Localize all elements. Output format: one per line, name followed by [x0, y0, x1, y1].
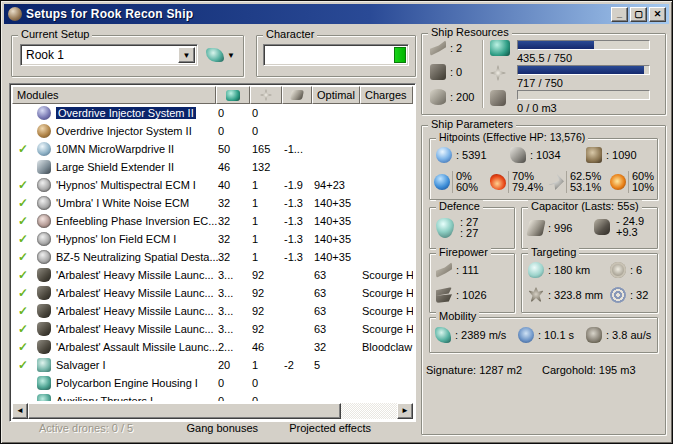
module-optimal-value: 140+35 [314, 251, 362, 263]
module-name-text[interactable]: Polycarbon Engine Housing I [56, 377, 198, 389]
powergrid-column-icon [260, 89, 272, 101]
module-row[interactable]: ✓Salvager I201-25 [12, 356, 413, 374]
module-name[interactable]: 10MN MicroWarpdrive II [54, 143, 218, 155]
module-cpu-value: 50 [218, 143, 252, 155]
module-powergrid-value: 1 [252, 179, 284, 191]
maximize-button[interactable]: ▢ [630, 7, 647, 22]
scrollbar-thumb[interactable] [28, 403, 341, 419]
module-row[interactable]: ✓'Hypnos' Ion Field ECM I321-1.3140+35 [12, 230, 413, 248]
module-icon-cell [34, 358, 54, 372]
module-name-text-selected[interactable]: Overdrive Injector System II [56, 107, 196, 119]
module-name[interactable]: Overdrive Injector System II [54, 125, 218, 137]
module-name[interactable]: 'Hypnos' Multispectral ECM I [54, 179, 218, 191]
module-name-text[interactable]: 'Arbalest' Heavy Missile Launc... [56, 305, 214, 317]
setup-select[interactable]: Rook 1 ▼ [20, 44, 198, 66]
module-name-text[interactable]: Auxiliary Thrusters I [56, 395, 153, 401]
module-row[interactable]: ✓10MN MicroWarpdrive II50165-1... [12, 140, 413, 158]
module-name[interactable]: 'Umbra' I White Noise ECM [54, 197, 218, 209]
module-name[interactable]: Overdrive Injector System II [54, 107, 218, 119]
module-name-text[interactable]: 10MN MicroWarpdrive II [56, 143, 174, 155]
module-row[interactable]: ✓'Umbra' I White Noise ECM321-1.3140+35 [12, 194, 413, 212]
module-icon-cell [34, 376, 54, 390]
module-cpu-value: 32 [218, 251, 252, 263]
setup-select-dropdown-button[interactable]: ▼ [178, 47, 195, 63]
module-name[interactable]: Salvager I [54, 359, 218, 371]
ecm-module-icon [37, 250, 51, 264]
module-name-text[interactable]: 'Hypnos' Multispectral ECM I [56, 179, 196, 191]
module-name-text[interactable]: Enfeebling Phase Inversion EC... [56, 215, 217, 227]
module-row[interactable]: ✓'Arbalest' Heavy Missile Launc...3...92… [12, 284, 413, 302]
module-cpu-value: 46 [218, 161, 252, 173]
module-row[interactable]: ✓'Arbalest' Heavy Missile Launc...3...92… [12, 320, 413, 338]
title-bar[interactable]: Setups for Rook Recon Ship _ ▢ ✕ [4, 4, 669, 24]
module-optimal-value: 140+35 [314, 215, 362, 227]
minimize-button[interactable]: _ [611, 7, 628, 22]
horizontal-scrollbar[interactable]: ◄ ► [12, 403, 413, 419]
current-setup-label: Current Setup [18, 28, 92, 40]
module-active-check-icon: ✓ [12, 196, 34, 210]
dronebay-icon [490, 90, 506, 106]
module-name[interactable]: 'Arbalest' Heavy Missile Launc... [54, 287, 218, 299]
module-name[interactable]: 'Arbalest' Assault Missile Launc... [54, 341, 218, 353]
module-name-text[interactable]: 'Arbalest' Assault Missile Launc... [56, 341, 218, 353]
module-name-text[interactable]: 'Arbalest' Heavy Missile Launc... [56, 269, 214, 281]
close-button[interactable]: ✕ [649, 7, 666, 22]
module-row[interactable]: Overdrive Injector System II00 [12, 104, 413, 122]
module-name[interactable]: Polycarbon Engine Housing I [54, 377, 218, 389]
missile-launcher-module-icon [37, 322, 51, 336]
missile-launcher-module-icon [37, 268, 51, 282]
column-optimal[interactable]: Optimal [312, 86, 360, 104]
module-name-text[interactable]: 'Arbalest' Heavy Missile Launc... [56, 323, 214, 335]
module-row[interactable]: ✓'Arbalest' Heavy Missile Launc...3...92… [12, 302, 413, 320]
column-charges[interactable]: Charges [360, 86, 413, 104]
module-name[interactable]: Auxiliary Thrusters I [54, 395, 218, 401]
module-name-text[interactable]: Overdrive Injector System II [56, 125, 192, 137]
ship-menu-button[interactable]: ▼ [206, 44, 240, 66]
module-row[interactable]: Overdrive Injector System II00 [12, 122, 413, 140]
module-row[interactable]: ✓'Arbalest' Assault Missile Launc...2...… [12, 338, 413, 356]
gang-bonuses-button[interactable]: Gang bonuses [156, 422, 289, 438]
cpu-column-icon [226, 90, 240, 101]
module-name[interactable]: 'Arbalest' Heavy Missile Launc... [54, 305, 218, 317]
module-row[interactable]: ✓'Arbalest' Heavy Missile Launc...3...92… [12, 266, 413, 284]
turret-hardpoints-icon [430, 40, 446, 56]
module-name[interactable]: Large Shield Extender II [54, 161, 218, 173]
module-name-text[interactable]: 'Umbra' I White Noise ECM [56, 197, 189, 209]
capacitor-icon [526, 220, 545, 236]
column-modules[interactable]: Modules [12, 86, 216, 104]
module-name[interactable]: BZ-5 Neutralizing Spatial Desta... [54, 251, 218, 263]
module-icon-cell [34, 340, 54, 354]
module-name-text[interactable]: Large Shield Extender II [56, 161, 174, 173]
column-powergrid[interactable] [250, 86, 282, 104]
module-name-text[interactable]: Salvager I [56, 359, 106, 371]
module-row[interactable]: ✓BZ-5 Neutralizing Spatial Desta...321-1… [12, 248, 413, 266]
module-name[interactable]: Enfeebling Phase Inversion EC... [54, 215, 218, 227]
module-row[interactable]: ✓Enfeebling Phase Inversion EC...321-1.3… [12, 212, 413, 230]
overdrive-module-icon [37, 106, 51, 120]
column-cpu[interactable] [216, 86, 250, 104]
scrollbar-track[interactable] [341, 403, 397, 419]
explosive-resist-values: 60%10% [628, 171, 654, 193]
projected-effects-button[interactable]: Projected effects [289, 422, 414, 438]
module-row[interactable]: Polycarbon Engine Housing I00 [12, 374, 413, 392]
module-name-text[interactable]: 'Hypnos' Ion Field ECM I [56, 233, 176, 245]
scroll-right-button[interactable]: ► [397, 403, 413, 419]
column-capacitor[interactable] [282, 86, 312, 104]
cargohold-capacity: Cargohold: 195 m3 [542, 364, 636, 376]
scroll-left-button[interactable]: ◄ [12, 403, 28, 419]
module-name[interactable]: 'Arbalest' Heavy Missile Launc... [54, 269, 218, 281]
missile-dps-icon [436, 287, 452, 303]
module-optimal-value: 140+35 [314, 233, 362, 245]
sensor-strength-icon [610, 287, 626, 303]
module-row[interactable]: Large Shield Extender II46132 [12, 158, 413, 176]
ecm-module-icon [37, 214, 51, 228]
module-name-text[interactable]: 'Arbalest' Heavy Missile Launc... [56, 287, 214, 299]
module-row[interactable]: Auxiliary Thrusters I00 [12, 392, 413, 401]
module-cpu-value: 3... [218, 287, 252, 299]
module-name[interactable]: 'Hypnos' Ion Field ECM I [54, 233, 218, 245]
module-name[interactable]: 'Arbalest' Heavy Missile Launc... [54, 323, 218, 335]
module-name-text[interactable]: BZ-5 Neutralizing Spatial Desta... [56, 251, 218, 263]
character-select[interactable] [263, 44, 409, 66]
module-row[interactable]: ✓'Hypnos' Multispectral ECM I401-1.994+2… [12, 176, 413, 194]
module-active-check-icon: ✓ [12, 304, 34, 318]
